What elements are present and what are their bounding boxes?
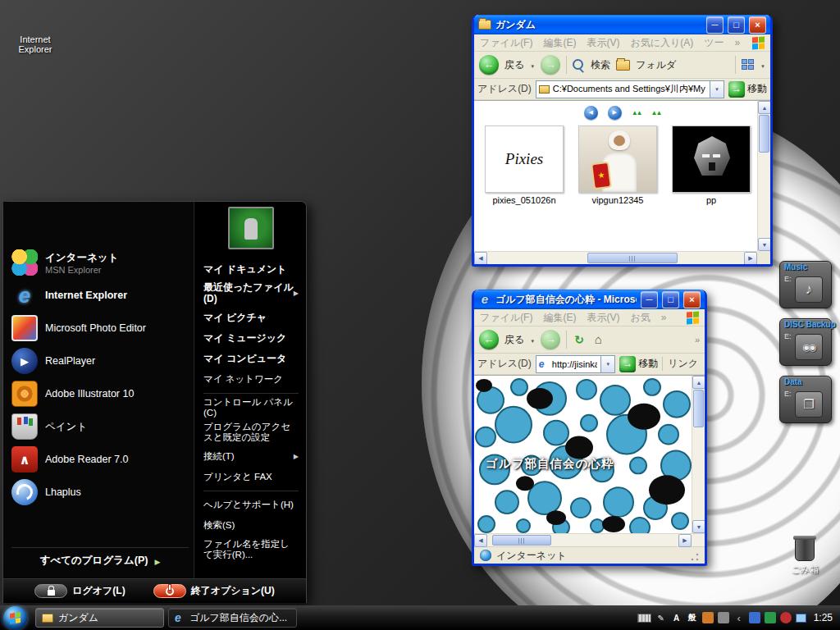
explorer-titlebar[interactable]: ガンダム ─ □ × xyxy=(474,15,770,34)
menu-file[interactable]: ファイル(F) xyxy=(480,311,532,325)
scroll-down-button[interactable] xyxy=(692,520,705,533)
menu-view[interactable]: 表示(V) xyxy=(587,311,619,325)
address-value[interactable]: C:¥Documents and Settings¥川内¥My D xyxy=(553,83,706,95)
address-combo[interactable]: e http://jisinkai. xyxy=(536,355,615,373)
ime-input-mode[interactable]: A xyxy=(671,612,682,623)
menu-tools[interactable]: ツー xyxy=(704,36,724,50)
horizontal-scrollbar[interactable] xyxy=(474,251,757,264)
menu-favorites[interactable]: お気に入り(A) xyxy=(630,36,693,50)
start-item-program-access[interactable]: プログラムのアクセスと既定の設定 xyxy=(203,418,299,446)
scroll-up-button[interactable] xyxy=(692,376,705,389)
user-avatar[interactable] xyxy=(228,207,274,249)
file-item[interactable]: Pixies pixies_051026n xyxy=(484,126,564,205)
back-dropdown-icon[interactable] xyxy=(530,59,535,71)
address-dropdown-button[interactable] xyxy=(600,356,614,372)
scroll-left-button[interactable] xyxy=(474,252,487,264)
logoff-button[interactable]: ログオフ(L) xyxy=(34,584,125,598)
start-item-msn-explorer[interactable]: インターネット MSN Explorer xyxy=(11,246,189,279)
start-item-my-computer[interactable]: マイ コンピュータ xyxy=(203,349,299,369)
launcher-data[interactable]: Data E: xyxy=(779,376,832,423)
start-item-control-panel[interactable]: コントロール パネル(C) xyxy=(203,397,299,418)
search-button-label[interactable]: 検索 xyxy=(591,58,610,72)
file-name[interactable]: pp xyxy=(671,195,751,205)
sort-ascending-icon[interactable] xyxy=(632,109,641,116)
address-dropdown-button[interactable] xyxy=(710,81,724,98)
scroll-down-button[interactable] xyxy=(758,238,770,251)
start-item-run[interactable]: ファイル名を指定して実行(R)... xyxy=(203,536,299,564)
start-item-connections[interactable]: 接続(T) xyxy=(203,446,299,467)
back-button[interactable] xyxy=(479,330,499,349)
start-item-my-music[interactable]: マイ ミュージック xyxy=(203,328,299,349)
start-item-lhaplus[interactable]: Lhaplus xyxy=(11,476,189,509)
ime-tools-icon[interactable] xyxy=(702,612,714,623)
scrollbar-thumb[interactable] xyxy=(587,253,678,263)
vertical-scrollbar[interactable] xyxy=(692,376,705,533)
tray-collapse-icon[interactable] xyxy=(733,612,745,623)
file-item[interactable]: pp xyxy=(671,126,751,205)
scroll-right-button[interactable] xyxy=(678,534,692,547)
launcher-disc-backup[interactable]: DISC Backup E: xyxy=(779,318,832,366)
scrollbar-thumb[interactable] xyxy=(693,390,704,427)
toolbar-overflow-icon[interactable] xyxy=(695,335,700,345)
shutdown-button[interactable]: 終了オプション(U) xyxy=(153,584,275,598)
launcher-music[interactable]: Music E: xyxy=(779,261,832,308)
thumbnail-image-vipgun[interactable] xyxy=(578,126,657,193)
home-icon[interactable] xyxy=(591,333,605,346)
ime-conversion-mode[interactable]: 般 xyxy=(687,612,698,623)
folders-button-label[interactable]: フォルダ xyxy=(636,58,676,72)
menu-view[interactable]: 表示(V) xyxy=(587,36,619,50)
thumbnail-image-gundam[interactable] xyxy=(672,126,751,193)
views-icon[interactable] xyxy=(742,59,755,71)
minimize-button[interactable]: ─ xyxy=(641,291,658,308)
maximize-button[interactable]: □ xyxy=(662,291,679,308)
file-item[interactable]: vipgun12345 xyxy=(578,126,658,205)
minimize-button[interactable]: ─ xyxy=(706,16,724,34)
menu-edit[interactable]: 編集(E) xyxy=(543,311,576,325)
back-button[interactable] xyxy=(479,55,499,75)
folders-view-icon[interactable] xyxy=(616,60,630,71)
recycle-bin[interactable]: ごみ箱 xyxy=(778,538,832,576)
previous-button[interactable] xyxy=(584,106,598,120)
start-item-my-pictures[interactable]: マイ ピクチャ xyxy=(203,308,299,328)
scrollbar-thumb[interactable] xyxy=(492,535,551,546)
scroll-left-button[interactable] xyxy=(474,534,487,547)
ime-pen-icon[interactable] xyxy=(655,612,667,623)
resize-grip[interactable] xyxy=(688,550,699,561)
vertical-scrollbar[interactable] xyxy=(757,101,770,251)
refresh-icon[interactable] xyxy=(573,333,586,346)
start-button[interactable] xyxy=(3,606,27,630)
address-value[interactable]: http://jisinkai. xyxy=(552,359,597,369)
start-item-photo-editor[interactable]: Microsoft Photo Editor xyxy=(11,312,189,345)
horizontal-scrollbar[interactable] xyxy=(474,533,705,546)
address-combo[interactable]: C:¥Documents and Settings¥川内¥My D xyxy=(536,80,724,98)
tray-messenger-icon[interactable] xyxy=(749,612,760,623)
sort-descending-icon[interactable] xyxy=(651,109,661,116)
next-button[interactable] xyxy=(608,106,622,120)
back-button-label[interactable]: 戻る xyxy=(504,333,524,347)
close-button[interactable]: × xyxy=(683,291,701,308)
thumbnail-image-pixies[interactable]: Pixies xyxy=(485,126,564,193)
go-button[interactable]: 移動 xyxy=(728,81,767,98)
scroll-right-button[interactable] xyxy=(744,252,757,264)
search-icon[interactable] xyxy=(573,59,585,71)
taskbar-clock[interactable]: 1:25 xyxy=(814,612,833,623)
start-item-illustrator[interactable]: Adobe Illustrator 10 xyxy=(11,377,189,410)
start-item-my-documents[interactable]: マイ ドキュメント xyxy=(203,259,299,280)
forward-button[interactable] xyxy=(541,330,560,349)
back-button-label[interactable]: 戻る xyxy=(504,58,524,72)
start-item-internet-explorer[interactable]: Internet Explorer xyxy=(11,279,189,312)
taskbar-task-gundam[interactable]: ガンダム xyxy=(35,608,164,628)
links-label[interactable]: リンク xyxy=(662,357,701,371)
file-name[interactable]: vipgun12345 xyxy=(578,195,658,205)
start-item-paint[interactable]: ペイント xyxy=(11,410,189,443)
menu-edit[interactable]: 編集(E) xyxy=(543,36,576,50)
maximize-button[interactable]: □ xyxy=(728,16,745,34)
close-button[interactable]: × xyxy=(749,16,766,34)
desktop-icon-internet-explorer[interactable]: Internet Explorer xyxy=(7,5,64,54)
start-item-search[interactable]: 検索(S) xyxy=(203,515,299,536)
scrollbar-thumb[interactable] xyxy=(759,115,769,153)
go-button[interactable]: 移動 xyxy=(619,356,658,372)
menu-overflow[interactable]: » xyxy=(735,37,741,48)
back-dropdown-icon[interactable] xyxy=(530,334,535,345)
ime-keyboard-icon[interactable] xyxy=(637,614,651,623)
